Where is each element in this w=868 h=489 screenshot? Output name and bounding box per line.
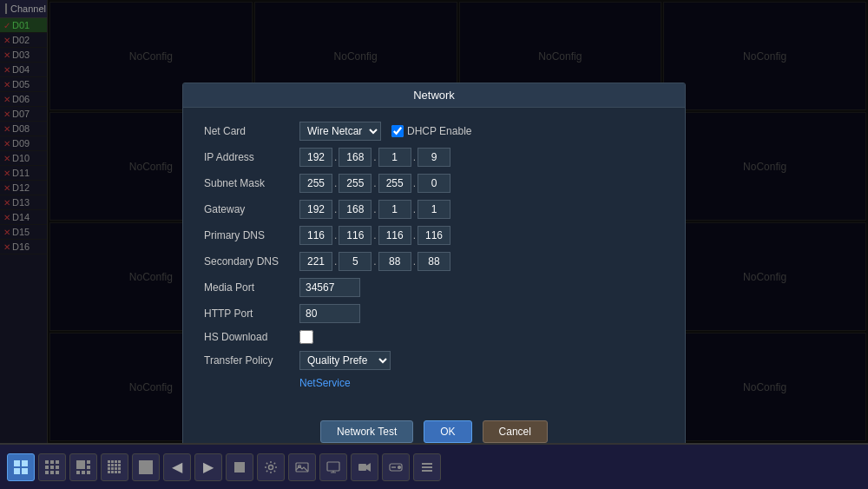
sdns-dot-1: .: [334, 255, 337, 268]
svg-rect-40: [327, 462, 339, 471]
next-page-button[interactable]: ▶: [194, 453, 222, 481]
network-test-button[interactable]: Network Test: [320, 420, 413, 443]
ip-seg-1[interactable]: [299, 148, 332, 167]
svg-rect-35: [139, 460, 153, 474]
pdns-seg-1[interactable]: [299, 226, 332, 245]
gw-dot-2: .: [373, 203, 376, 215]
svg-rect-16: [76, 471, 80, 474]
prev-page-button[interactable]: ◀: [163, 453, 191, 481]
svg-rect-8: [50, 466, 54, 469]
svg-rect-19: [108, 460, 110, 463]
svg-rect-0: [14, 460, 20, 466]
gateway-label: Gateway: [204, 203, 299, 215]
svg-rect-44: [422, 463, 432, 465]
svg-rect-22: [118, 460, 121, 463]
settings-button[interactable]: [257, 453, 285, 481]
net-card-controls: Wire Netcar DHCP Enable: [299, 122, 471, 141]
gw-dot-1: .: [334, 203, 337, 215]
ip-seg-2[interactable]: [339, 148, 372, 167]
gw-dot-3: .: [413, 203, 416, 215]
gw-seg-2[interactable]: [339, 200, 372, 219]
net-card-select[interactable]: Wire Netcar: [299, 122, 381, 141]
subnet-seg-4[interactable]: [418, 174, 450, 193]
media-port-input[interactable]: [299, 278, 360, 297]
svg-rect-23: [108, 464, 110, 466]
layout-single-btn[interactable]: [132, 453, 160, 481]
menu-button[interactable]: [413, 453, 441, 481]
dhcp-label: DHCP Enable: [407, 125, 471, 137]
http-port-row: HTTP Port: [204, 304, 664, 323]
subnet-dot-1: .: [334, 177, 337, 189]
gw-seg-4[interactable]: [418, 200, 450, 219]
ip-seg-3[interactable]: [378, 148, 411, 167]
image-button[interactable]: [288, 453, 316, 481]
http-port-input[interactable]: [299, 304, 360, 323]
monitor-button[interactable]: [319, 453, 347, 481]
hs-download-checkbox[interactable]: [299, 330, 313, 344]
sdns-dot-3: .: [413, 255, 416, 268]
layout-9-btn[interactable]: [38, 453, 66, 481]
subnet-dot-2: .: [373, 177, 376, 189]
pdns-seg-3[interactable]: [378, 226, 411, 245]
svg-rect-10: [45, 471, 49, 474]
hs-download-label: HS Download: [204, 331, 299, 343]
pdns-dot-1: .: [334, 229, 337, 241]
pdns-seg-4[interactable]: [418, 226, 450, 245]
svg-rect-12: [56, 471, 59, 474]
svg-rect-13: [76, 460, 85, 469]
ip-field: . . .: [299, 148, 450, 167]
svg-point-43: [398, 466, 401, 468]
http-port-label: HTTP Port: [204, 307, 299, 320]
svg-rect-24: [111, 464, 114, 466]
gw-seg-1[interactable]: [299, 200, 332, 219]
sdns-seg-1[interactable]: [299, 252, 332, 271]
svg-rect-26: [118, 464, 121, 466]
layout-16-btn[interactable]: [101, 453, 128, 481]
svg-rect-4: [45, 460, 49, 464]
media-port-row: Media Port: [204, 278, 664, 297]
sdns-seg-4[interactable]: [418, 252, 450, 271]
layout-4-btn[interactable]: [7, 453, 35, 481]
transfer-policy-select[interactable]: Quality Prefe Fluency Prefe: [299, 351, 391, 370]
svg-rect-9: [56, 466, 59, 469]
layout-mixed1-btn[interactable]: [69, 453, 97, 481]
dialog-body: Net Card Wire Netcar DHCP Enable IP Addr…: [183, 108, 685, 410]
sdns-seg-2[interactable]: [339, 252, 372, 271]
sdns-seg-3[interactable]: [378, 252, 411, 271]
gateway-row: Gateway . . .: [204, 200, 664, 219]
stop-button[interactable]: [226, 453, 253, 481]
dhcp-checkbox-label: DHCP Enable: [391, 125, 471, 137]
ip-seg-4[interactable]: [418, 148, 450, 167]
subnet-seg-3[interactable]: [378, 174, 411, 193]
netservice-link[interactable]: NetService: [299, 377, 351, 389]
svg-rect-21: [115, 460, 117, 463]
record-button[interactable]: [351, 453, 378, 481]
hs-download-row: HS Download: [204, 330, 664, 344]
ok-button[interactable]: OK: [424, 420, 471, 443]
svg-rect-7: [45, 466, 49, 469]
pdns-seg-2[interactable]: [339, 226, 372, 245]
pdns-dot-2: .: [373, 229, 376, 241]
svg-rect-46: [422, 470, 432, 472]
secondary-dns-label: Secondary DNS: [204, 255, 299, 268]
svg-rect-28: [111, 467, 114, 470]
transfer-policy-label: Transfer Policy: [204, 354, 299, 367]
ip-address-row: IP Address . . .: [204, 148, 664, 167]
subnet-seg-2[interactable]: [339, 174, 372, 193]
gw-seg-3[interactable]: [378, 200, 411, 219]
dhcp-checkbox[interactable]: [391, 125, 404, 137]
media-port-label: Media Port: [204, 281, 299, 294]
subnet-dot-3: .: [413, 177, 416, 189]
modal-overlay: Network Net Card Wire Netcar DHCP Enable…: [0, 0, 868, 443]
svg-rect-29: [115, 467, 117, 470]
svg-rect-34: [118, 471, 121, 473]
hdd-button[interactable]: [382, 453, 410, 481]
subnet-seg-1[interactable]: [299, 174, 332, 193]
cancel-button[interactable]: Cancel: [483, 420, 548, 443]
svg-rect-3: [22, 468, 28, 474]
svg-rect-25: [115, 464, 117, 466]
svg-rect-14: [87, 460, 90, 464]
subnet-row: Subnet Mask . . .: [204, 174, 664, 193]
primary-dns-label: Primary DNS: [204, 229, 299, 241]
ip-dot-1: .: [334, 151, 337, 163]
